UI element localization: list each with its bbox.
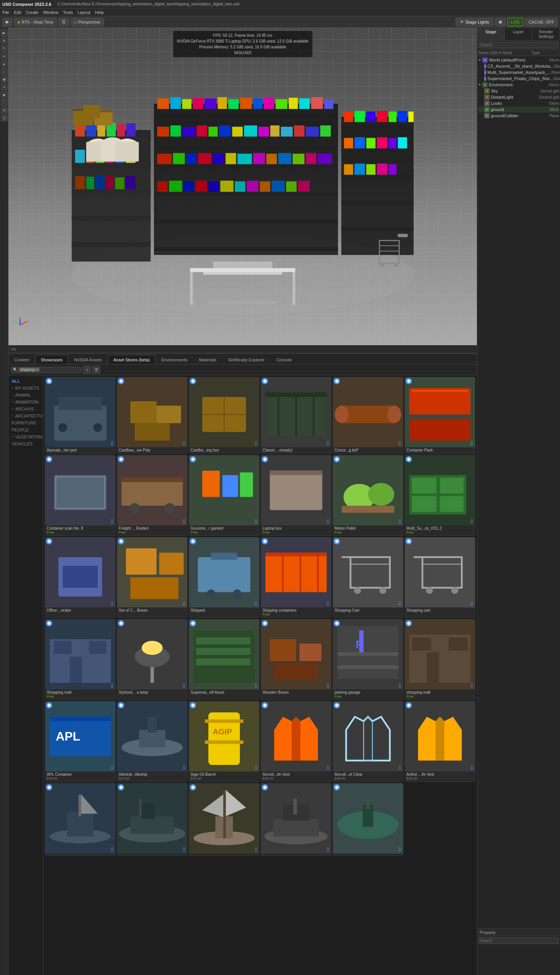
- menu-file[interactable]: File: [2, 10, 9, 15]
- stage-lights-button[interactable]: ☀ Stage Lights: [456, 18, 493, 26]
- stage-search-input[interactable]: [478, 42, 559, 48]
- tab-render-settings[interactable]: Render Settings: [533, 28, 560, 40]
- asset-card-1[interactable]: ⇩ Cardboa...ow Poly: [117, 377, 188, 454]
- asset-card-22[interactable]: P ⇩ parking garage Free: [333, 619, 403, 700]
- tree-item-distant-light[interactable]: ☀ DistantLight DistantLight: [478, 94, 559, 100]
- asset-card-2[interactable]: ⇩ Cardbo...ing box: [189, 377, 260, 454]
- cat-animal[interactable]: + ANIMAL: [9, 392, 43, 399]
- cat-all[interactable]: ALL: [9, 378, 43, 385]
- tree-item-looks[interactable]: X Looks Xform: [478, 100, 559, 106]
- menu-window[interactable]: Window: [43, 10, 58, 15]
- search-tag-close[interactable]: ✕: [35, 368, 38, 372]
- tab-stage[interactable]: Stage: [477, 28, 505, 40]
- property-search-input[interactable]: [478, 937, 559, 944]
- asset-card-3[interactable]: ⇩ Classic ...eready): [261, 377, 331, 454]
- toolbar-rtx[interactable]: ■ RTX - Real-Time: [14, 18, 57, 26]
- search-tag[interactable]: shipping ✕: [19, 368, 40, 372]
- tree-item-world[interactable]: ▼ W World (defaultPrim) Xform: [478, 57, 559, 63]
- tab-nvidia-assets[interactable]: NVIDIA Assets: [68, 355, 108, 364]
- tab-simready[interactable]: SimReady Explorer: [222, 355, 270, 364]
- cat-vegetation[interactable]: + VEGETATION: [9, 433, 43, 440]
- asset-card-17[interactable]: ⇩ Shopping cart: [405, 537, 475, 618]
- toolbar-perspective[interactable]: □ Perspective: [71, 18, 104, 26]
- asset-card-7[interactable]: ⇩ Freight ... Rusted Free: [117, 455, 188, 536]
- filter-button[interactable]: ▿: [83, 366, 91, 374]
- cat-vehicles[interactable]: VEHICLES: [9, 440, 43, 447]
- tab-content[interactable]: Content: [9, 355, 35, 364]
- tool-camera[interactable]: ◉: [1, 76, 8, 83]
- search-input[interactable]: [41, 368, 80, 372]
- asset-card-26[interactable]: AGIP ⇩ Agip Oil Barrel $19.00: [189, 701, 260, 782]
- cat-people[interactable]: PEOPLE: [9, 426, 43, 433]
- asset-card-34[interactable]: ⇩: [333, 783, 403, 856]
- cat-my-assets[interactable]: + MY ASSETS: [9, 385, 43, 392]
- tool-rotate[interactable]: ↻: [1, 45, 8, 52]
- tree-item-sky[interactable]: ☀ Sky DomeLight: [478, 88, 559, 94]
- asset-card-15[interactable]: ⇩ Shipping containers Free: [261, 537, 331, 618]
- asset-card-30[interactable]: ⇩: [45, 783, 116, 856]
- asset-card-27[interactable]: ⇩ Aircraf...ife Vest $45.00: [261, 701, 331, 782]
- menu-create[interactable]: Create: [26, 10, 39, 15]
- asset-card-33[interactable]: ⇩: [261, 783, 331, 856]
- asset-card-8[interactable]: ⇩ Grocerie...r games! Free: [189, 455, 260, 536]
- cat-furniture[interactable]: FURNITURE: [9, 419, 43, 426]
- tool-measure[interactable]: ⋮: [1, 99, 8, 106]
- cache-badge[interactable]: CACHE: OFF: [525, 18, 558, 26]
- toolbar-camera[interactable]: ◉: [495, 18, 506, 26]
- asset-card-6[interactable]: ⇩ Container scan No. 8 Free: [45, 455, 116, 536]
- tool-settings[interactable]: ⚙: [1, 107, 8, 114]
- asset-card-25[interactable]: ⇩ Admiral...ttleship $10.00: [117, 701, 188, 782]
- search-box[interactable]: 🔍 shipping ✕: [11, 367, 82, 373]
- asset-card-23[interactable]: ⇩ shopping mall Free: [405, 619, 475, 700]
- tool-move[interactable]: ⊕: [1, 37, 8, 44]
- asset-card-12[interactable]: ⇩ Office ...erator: [45, 537, 116, 618]
- tab-asset-stores[interactable]: Asset Stores (beta): [108, 355, 155, 364]
- tree-item-ground[interactable]: M ground Mesh: [478, 106, 559, 113]
- asset-card-5[interactable]: ⇩ Container Pack: [405, 377, 475, 454]
- asset-card-28[interactable]: ⇩ Aircraf...et Clear $49.00: [333, 701, 403, 782]
- cat-animation[interactable]: + ANIMATION: [9, 399, 43, 405]
- menu-tools[interactable]: Tools: [63, 10, 73, 15]
- tool-gizmo[interactable]: □: [1, 68, 8, 75]
- tool-physics[interactable]: ◆: [1, 91, 8, 98]
- tool-select[interactable]: ▶: [1, 29, 8, 36]
- viewport[interactable]: FPS: 50.12, Frame time: 19.95 ms NVIDIA …: [9, 28, 477, 345]
- menu-edit[interactable]: Edit: [14, 10, 21, 15]
- live-badge[interactable]: LIVE: [507, 18, 524, 26]
- toolbar-render-icon[interactable]: ☰: [58, 18, 69, 26]
- view-toggle-button[interactable]: ☰: [92, 366, 100, 374]
- menu-layout[interactable]: Layout: [78, 10, 90, 15]
- asset-card-4[interactable]: ⇩ Conce...g kid*: [333, 377, 403, 454]
- tool-snap[interactable]: ▲: [1, 60, 8, 67]
- tool-light[interactable]: ☀: [1, 84, 8, 91]
- asset-card-16[interactable]: ⇩ Shopping Cart: [333, 537, 403, 618]
- tool-scale[interactable]: ↦: [1, 53, 8, 60]
- tab-layer[interactable]: Layer: [505, 28, 532, 40]
- tree-item-ground-collider[interactable]: P groundCollider Plane: [478, 113, 559, 119]
- asset-card-9[interactable]: ⇩ Laptop box Free: [261, 455, 331, 536]
- asset-card-14[interactable]: ⇩ Shipped: [189, 537, 260, 618]
- tab-materials[interactable]: Materials: [193, 355, 222, 364]
- asset-card-18[interactable]: ⇩ Shopping mall Free: [45, 619, 116, 700]
- asset-card-13[interactable]: ⇩ Set of C... Boxes: [117, 537, 188, 618]
- tab-console[interactable]: Console: [270, 355, 297, 364]
- asset-card-32[interactable]: ⇩: [189, 783, 260, 856]
- asset-card-29[interactable]: ⇩ Airline ...ife Vest $35.00: [405, 701, 475, 782]
- asset-card-11[interactable]: ⇩ Multi_Su...ck_VOL.2 Free: [405, 455, 475, 536]
- tab-environments[interactable]: Environments: [155, 355, 193, 364]
- asset-card-0[interactable]: ⇩ Apocaly...ner port: [45, 377, 116, 454]
- tree-item-multi-supermarket[interactable]: X Multi_Supermarket_Assetpack_... Xform: [478, 69, 559, 75]
- asset-card-10[interactable]: ⇩ Melon Pallet Free: [333, 455, 403, 536]
- cat-archvis[interactable]: + ARCHVIS: [9, 405, 43, 412]
- asset-card-20[interactable]: ⇩ Superma...elf Asset: [189, 619, 260, 700]
- toolbar-select[interactable]: ▶: [2, 18, 12, 26]
- tab-showcases[interactable]: Showcases: [35, 355, 68, 364]
- tool-extra[interactable]: ☰: [1, 115, 8, 121]
- tree-item-cs-ascend[interactable]: X CS_Ascend__Sit_stand_Worksta... Xform: [478, 63, 559, 69]
- tree-item-supermarket-potato[interactable]: X Supermarket_Potato_Chips_She... Xform: [478, 75, 559, 82]
- asset-card-31[interactable]: ⇩: [117, 783, 188, 856]
- asset-card-21[interactable]: ⇩ Wooden Boxes: [261, 619, 331, 700]
- asset-card-24[interactable]: APL ⇩ APL Container $39.00: [45, 701, 116, 782]
- asset-card-19[interactable]: ⇩ Stylized... a lamp: [117, 619, 188, 700]
- menu-help[interactable]: Help: [95, 10, 104, 15]
